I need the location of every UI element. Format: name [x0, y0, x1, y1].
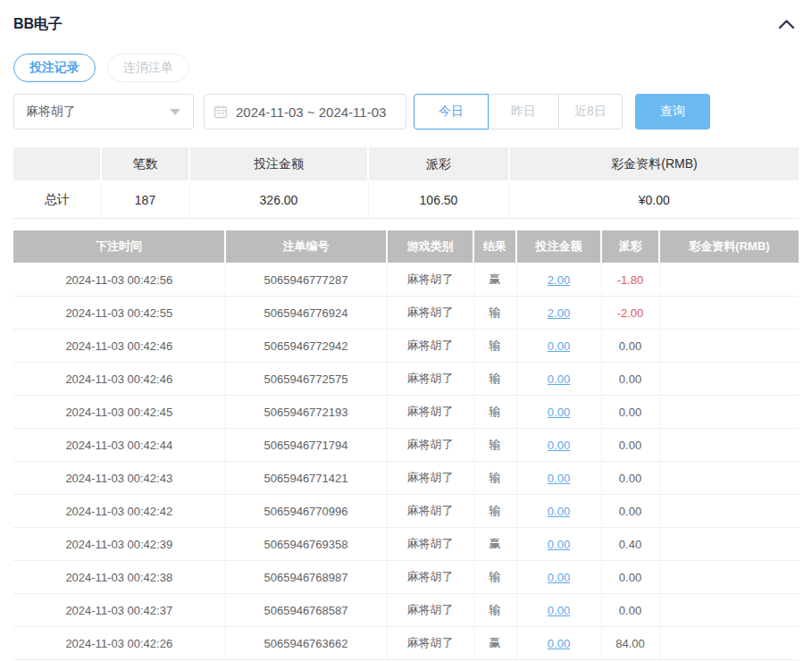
payout-value: 0.00	[601, 495, 659, 528]
payout-value: 0.00	[601, 561, 659, 594]
bet-time: 2024-11-03 00:42:44	[13, 429, 225, 462]
game-type: 麻将胡了	[387, 627, 473, 660]
bet-amount-link[interactable]: 0.00	[548, 505, 570, 518]
order-number: 5065946769358	[225, 528, 387, 561]
date-range-value: 2024-11-03 ~ 2024-11-03	[236, 105, 386, 120]
table-row: 2024-11-03 00:42:37 5065946768587 麻将胡了 输…	[13, 594, 799, 627]
table-row: 2024-11-03 00:42:26 5065946763662 麻将胡了 赢…	[13, 627, 799, 660]
bet-time: 2024-11-03 00:42:26	[13, 627, 225, 660]
payout-value: 84.00	[601, 627, 659, 660]
game-type: 麻将胡了	[387, 264, 473, 297]
order-number: 5065946771421	[225, 462, 387, 495]
summary-bet-amount: 326.00	[189, 181, 368, 218]
game-type: 麻将胡了	[387, 528, 473, 561]
date-range-picker[interactable]: 2024-11-03 ~ 2024-11-03	[204, 94, 406, 130]
order-number: 5065946777287	[225, 264, 387, 297]
game-type: 麻将胡了	[387, 594, 473, 627]
bet-amount-link[interactable]: 0.00	[548, 571, 570, 584]
tab-cancelled-orders[interactable]: 连消注单	[107, 54, 189, 82]
bet-amount-link[interactable]: 0.00	[548, 538, 570, 551]
bonus-value	[659, 363, 799, 396]
order-number: 5065946776924	[225, 297, 387, 330]
summary-total-row: 总计 187 326.00 106.50 ¥0.00	[13, 181, 799, 218]
bonus-value	[659, 330, 799, 363]
tab-bet-records[interactable]: 投注记录	[13, 54, 96, 82]
payout-value: -2.00	[601, 297, 659, 330]
result: 输	[473, 561, 516, 594]
summary-count: 187	[101, 181, 189, 218]
bet-amount-link[interactable]: 0.00	[548, 406, 570, 419]
bet-amount-link[interactable]: 0.00	[548, 339, 570, 353]
summary-total-label: 总计	[13, 181, 101, 218]
table-row: 2024-11-03 00:42:46 5065946772942 麻将胡了 输…	[13, 330, 799, 363]
bonus-value	[659, 528, 799, 561]
chevron-up-icon	[778, 19, 795, 29]
game-type: 麻将胡了	[387, 495, 473, 528]
today-button[interactable]: 今日	[414, 94, 489, 130]
bet-time: 2024-11-03 00:42:38	[13, 561, 225, 594]
game-type: 麻将胡了	[387, 363, 473, 396]
bonus-value	[659, 297, 799, 330]
panel-header: BB电子	[13, 14, 799, 34]
game-type: 麻将胡了	[387, 330, 473, 363]
bonus-value	[659, 495, 799, 528]
payout-value: 0.00	[601, 363, 659, 396]
bet-header-row: 下注时间注单编号游戏类别结果投注金额派彩彩金资料(RMB)	[13, 230, 799, 264]
bet-time: 2024-11-03 00:42:46	[13, 363, 225, 396]
collapse-button[interactable]	[775, 16, 797, 32]
table-row: 2024-11-03 00:42:56 5065946777287 麻将胡了 赢…	[13, 264, 799, 297]
bet-time: 2024-11-03 00:42:39	[13, 528, 225, 561]
payout-value: 0.00	[601, 330, 659, 363]
bet-time: 2024-11-03 00:42:45	[13, 396, 225, 429]
bet-amount-link[interactable]: 0.00	[548, 604, 570, 617]
bet-time: 2024-11-03 00:42:42	[13, 495, 225, 528]
payout-value: 0.40	[601, 528, 659, 561]
order-number: 5065946771794	[225, 429, 387, 462]
column-header: 游戏类别	[387, 230, 473, 264]
bet-amount-link[interactable]: 2.00	[548, 273, 570, 287]
summary-bonus: ¥0.00	[509, 181, 799, 218]
table-row: 2024-11-03 00:42:39 5065946769358 麻将胡了 赢…	[13, 528, 799, 561]
bet-records-panel: BB电子 投注记录 连消注单 麻将胡了 2024-11-03 ~ 2	[0, 0, 812, 660]
table-row: 2024-11-03 00:42:44 5065946771794 麻将胡了 输…	[13, 429, 799, 462]
yesterday-button[interactable]: 昨日	[488, 94, 559, 130]
bonus-value	[659, 396, 799, 429]
filter-bar: 麻将胡了 2024-11-03 ~ 2024-11-03 今日 昨日 近8日 查…	[13, 94, 799, 130]
column-header: 彩金资料(RMB)	[659, 230, 799, 264]
game-type: 麻将胡了	[387, 462, 473, 495]
result: 输	[473, 594, 516, 627]
bet-amount-link[interactable]: 0.00	[548, 472, 570, 485]
order-number: 5065946763662	[225, 627, 387, 660]
column-header: 下注时间	[13, 230, 225, 264]
tab-bar: 投注记录 连消注单	[13, 54, 799, 82]
game-type: 麻将胡了	[387, 429, 473, 462]
bet-amount-link[interactable]: 0.00	[548, 637, 570, 650]
order-number: 5065946768987	[225, 561, 387, 594]
result: 输	[473, 462, 516, 495]
result: 赢	[473, 264, 516, 297]
bet-records-table: 下注时间注单编号游戏类别结果投注金额派彩彩金资料(RMB) 2024-11-03…	[13, 230, 799, 661]
column-header: 笔数	[101, 147, 189, 181]
result: 输	[473, 429, 516, 462]
payout-value: 0.00	[601, 462, 659, 495]
query-button[interactable]: 查询	[635, 94, 710, 130]
game-select-value: 麻将胡了	[26, 104, 76, 120]
column-header: 投注金额	[189, 147, 368, 181]
payout-value: 0.00	[601, 594, 659, 627]
bonus-value	[659, 462, 799, 495]
summary-payout: 106.50	[368, 181, 509, 218]
calendar-icon	[213, 105, 228, 119]
game-select[interactable]: 麻将胡了	[13, 94, 194, 130]
column-header: 注单编号	[225, 230, 387, 264]
order-number: 5065946772575	[225, 363, 387, 396]
bet-time: 2024-11-03 00:42:43	[13, 462, 225, 495]
last-8-days-button[interactable]: 近8日	[558, 94, 623, 130]
payout-value: 0.00	[601, 429, 659, 462]
caret-down-icon	[170, 109, 180, 115]
bet-amount-link[interactable]: 2.00	[548, 306, 570, 320]
result: 输	[473, 363, 516, 396]
column-header	[13, 147, 101, 181]
bet-amount-link[interactable]: 0.00	[548, 439, 570, 452]
bet-table-body: 2024-11-03 00:42:56 5065946777287 麻将胡了 赢…	[13, 264, 799, 660]
bet-amount-link[interactable]: 0.00	[548, 372, 570, 386]
